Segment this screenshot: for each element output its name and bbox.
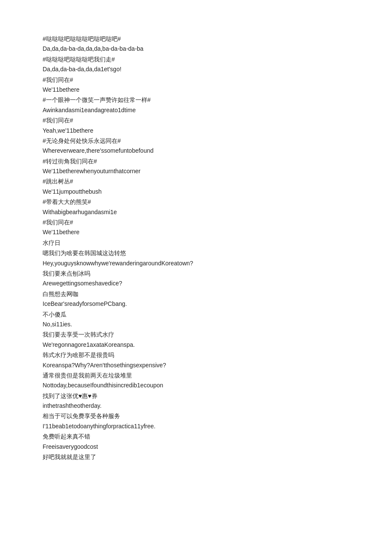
line-en-14: No,si11ies. [43,320,349,329]
line-pair-2: #我们同在#We'11bethere [43,75,349,95]
line-zh-19: 相当于可以免费享受各种服务 [43,411,349,421]
line-zh-1: #哒哒哒吧哒哒哒吧我们走# [43,55,349,64]
line-zh-12: 我们要来点刨冰吗 [43,269,349,278]
line-zh-10: 水疗日 [43,238,349,247]
line-en-8: Withabigbearhugandasmi1e [43,207,349,217]
line-pair-15: 我们要去享受一次韩式水疗We'regonnagore1axataKoreansp… [43,330,349,349]
line-en-6: We'11betherewhenyouturnthatcorner [43,166,349,176]
line-en-12: Arewegettingsomeshavedice? [43,279,349,288]
line-en-2: We'11bethere [43,85,349,94]
line-zh-4: #我们同在# [43,116,349,125]
line-zh-15: 我们要去享受一次韩式水疗 [43,330,349,339]
line-pair-1: #哒哒哒吧哒哒哒吧我们走#Da,da,da-ba-da,da,da1et'sgo… [43,55,349,74]
line-zh-18: 找到了这张优♥惠♥券 [43,391,349,401]
line-en-13: IceBear'sreadyforsomePCbang. [43,299,349,308]
line-zh-13: 白熊想去网咖 [43,289,349,299]
line-en-18: inthetrashtheotherday. [43,401,349,410]
line-pair-4: #我们同在#Yeah,we'11bethere [43,116,349,135]
line-en-3: Awinkandasmi1eandagreato1dtime [43,105,349,115]
line-en-4: Yeah,we'11bethere [43,126,349,135]
line-pair-11: 嗯我们为啥要在韩国城这边转悠Hey,youguysknowwhywe'rewan… [43,248,349,268]
line-pair-19: 相当于可以免费享受各种服务I'11beab1etodoanythingforpr… [43,411,349,431]
line-pair-13: 白熊想去网咖IceBear'sreadyforsomePCbang. [43,289,349,309]
line-zh-3: #一个眼神一个微笑一声赞许如往常一样# [43,95,349,105]
line-en-16: Koreanspa?Why?Aren'tthosethingsexpensive… [43,360,349,370]
line-pair-7: #跳出树丛#We'11jumpoutthebush [43,177,349,196]
line-pair-21: 好吧我就就是这里了 [43,452,349,462]
line-en-19: I'11beab1etodoanythingforpractica11yfree… [43,421,349,431]
line-zh-14: 不小傻瓜 [43,310,349,319]
line-zh-9: #我们同在# [43,218,349,227]
line-pair-12: 我们要来点刨冰吗Arewegettingsomeshavedice? [43,269,349,288]
line-zh-6: #转过街角我们同在# [43,157,349,166]
line-pair-3: #一个眼神一个微笑一声赞许如往常一样#Awinkandasmi1eandagre… [43,95,349,115]
line-en-9: We'11bethere [43,227,349,237]
line-en-11: Hey,youguysknowwhywe'rewanderingaroundKo… [43,259,349,268]
line-zh-21: 好吧我就就是这里了 [43,452,349,462]
line-en-5: Whereverweare,there'ssomefuntobefound [43,146,349,155]
line-pair-0: #哒哒哒吧哒哒哒吧哒吧哒吧#Da,da,da-ba-da,da,da,ba-da… [43,34,349,54]
line-zh-5: #无论身处何处快乐永远同在# [43,136,349,145]
line-pair-6: #转过街角我们同在#We'11betherewhenyouturnthatcor… [43,157,349,176]
line-en-7: We'11jumpoutthebush [43,187,349,196]
line-zh-16: 韩式水疗为啥那不是很贵吗 [43,350,349,360]
line-zh-11: 嗯我们为啥要在韩国城这边转悠 [43,248,349,258]
line-zh-17: 通常很贵但是我前两天在垃圾堆里 [43,371,349,380]
line-en-15: We'regonnagore1axataKoreanspa. [43,340,349,349]
line-zh-2: #我们同在# [43,75,349,84]
line-pair-5: #无论身处何处快乐永远同在#Whereverweare,there'ssomef… [43,136,349,156]
line-en-1: Da,da,da-ba-da,da,da1et'sgo! [43,64,349,74]
line-zh-7: #跳出树丛# [43,177,349,186]
line-zh-20: 免费听起来真不错 [43,432,349,441]
line-pair-10: 水疗日 [43,238,349,247]
line-pair-8: #带着大大的熊笑#Withabigbearhugandasmi1e [43,197,349,217]
line-en-0: Da,da,da-ba-da,da,da,ba-da-ba-da-ba [43,44,349,53]
line-pair-16: 韩式水疗为啥那不是很贵吗Koreanspa?Why?Aren'tthosethi… [43,350,349,370]
line-pair-17: 通常很贵但是我前两天在垃圾堆里Nottoday,becauseIfoundthi… [43,371,349,390]
line-pair-9: #我们同在#We'11bethere [43,218,349,237]
line-pair-18: 找到了这张优♥惠♥券inthetrashtheotherday. [43,391,349,411]
line-pair-20: 免费听起来真不错Freeisaverygoodcost [43,432,349,451]
line-pair-14: 不小傻瓜No,si11ies. [43,310,349,329]
line-en-17: Nottoday,becauseIfoundthisincredib1ecoup… [43,381,349,390]
line-zh-0: #哒哒哒吧哒哒哒吧哒吧哒吧# [43,34,349,44]
line-zh-8: #带着大大的熊笑# [43,197,349,206]
main-content: #哒哒哒吧哒哒哒吧哒吧哒吧#Da,da,da-ba-da,da,da,ba-da… [43,34,349,462]
line-en-20: Freeisaverygoodcost [43,442,349,451]
